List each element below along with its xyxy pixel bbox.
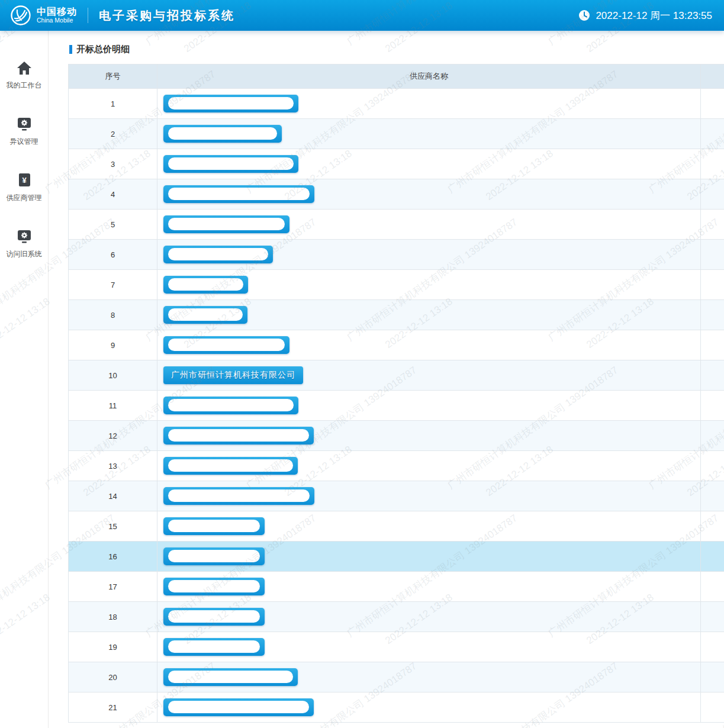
- redaction-mask: [168, 520, 260, 532]
- supplier-cell: [157, 119, 701, 149]
- table-row: 6: [69, 240, 724, 270]
- row-extra-cell: [701, 330, 724, 360]
- table-row: 13: [69, 451, 724, 481]
- table-row: 20: [69, 662, 724, 692]
- row-extra-cell: [701, 210, 724, 240]
- redaction-mask: [168, 248, 268, 260]
- row-number: 20: [69, 662, 157, 692]
- row-number: 16: [69, 542, 157, 572]
- redaction-mask: [168, 610, 260, 623]
- row-number: 7: [69, 270, 157, 300]
- supplier-cell: [157, 300, 701, 330]
- header-divider: [88, 8, 88, 23]
- table-row: 12: [69, 421, 724, 451]
- supplier-name-redacted-pill[interactable]: [163, 578, 265, 595]
- supplier-name-redacted-pill[interactable]: [163, 276, 248, 294]
- table-row: 2: [69, 119, 724, 149]
- page-title-text: 开标总价明细: [76, 44, 130, 55]
- sidebar-item-legacy-system[interactable]: 访问旧系统: [0, 229, 48, 259]
- row-number: 21: [69, 692, 157, 723]
- brand-name-en: China Mobile: [37, 17, 77, 24]
- supplier-name-redacted-pill[interactable]: [163, 638, 265, 656]
- sidebar-item-workbench[interactable]: 我的工作台: [0, 60, 48, 91]
- redaction-mask: [168, 97, 294, 109]
- row-number: 17: [69, 572, 157, 602]
- row-extra-cell: [701, 511, 724, 542]
- redaction-mask: [168, 399, 294, 411]
- sidebar-item-supplier[interactable]: ¥ 供应商管理: [0, 173, 48, 203]
- supplier-name-redacted-pill[interactable]: [163, 517, 265, 535]
- row-number: 14: [69, 481, 157, 511]
- supplier-name-redacted-pill[interactable]: [163, 698, 314, 716]
- redaction-mask: [168, 701, 309, 713]
- row-extra-cell: [701, 89, 724, 119]
- monitor-gear-icon: [16, 229, 33, 244]
- supplier-cell: [157, 662, 701, 692]
- table-row: 10广州市研恒计算机科技有限公司: [69, 360, 724, 391]
- row-number: 12: [69, 421, 157, 451]
- row-extra-cell: [701, 632, 724, 662]
- table-row: 11: [69, 391, 724, 421]
- row-extra-cell: [701, 542, 724, 572]
- system-title: 电子采购与招投标系统: [99, 8, 235, 24]
- column-header-index: 序号: [69, 65, 157, 89]
- redaction-mask: [168, 308, 243, 321]
- row-number: 13: [69, 451, 157, 481]
- row-extra-cell: [701, 149, 724, 179]
- supplier-name-redacted-pill[interactable]: [163, 608, 265, 626]
- table-row: 14: [69, 481, 724, 511]
- row-number: 5: [69, 210, 157, 240]
- supplier-table: 序号 供应商名称 12345678910广州市研恒计算机科技有限公司111213…: [68, 64, 724, 723]
- table-row: 16: [69, 542, 724, 572]
- app-header: 中国移动 China Mobile 电子采购与招投标系统 2022-12-12 …: [0, 0, 724, 31]
- supplier-name-redacted-pill[interactable]: [163, 125, 282, 143]
- table-row: 9: [69, 330, 724, 360]
- supplier-cell: [157, 89, 701, 119]
- row-number: 4: [69, 179, 157, 210]
- brand-logo-group: 中国移动 China Mobile: [9, 4, 77, 27]
- supplier-name-redacted-pill[interactable]: [163, 397, 298, 414]
- supplier-name-redacted-pill[interactable]: [163, 487, 314, 505]
- redaction-mask: [168, 127, 277, 140]
- table-row: 18: [69, 602, 724, 632]
- sidebar-item-objection[interactable]: 异议管理: [0, 117, 48, 147]
- supplier-name-redacted-pill[interactable]: [163, 95, 298, 112]
- table-row: 19: [69, 632, 724, 662]
- row-extra-cell: [701, 692, 724, 723]
- supplier-name-redacted-pill[interactable]: [163, 155, 298, 173]
- sidebar-item-label: 访问旧系统: [7, 249, 42, 259]
- redaction-mask: [168, 550, 260, 562]
- supplier-cell: [157, 451, 701, 481]
- column-header-extra: [701, 65, 724, 89]
- supplier-name-redacted-pill[interactable]: [163, 246, 273, 263]
- brand-name-cn: 中国移动: [37, 7, 77, 17]
- supplier-name-redacted-pill[interactable]: [163, 427, 314, 444]
- redaction-mask: [168, 429, 309, 442]
- row-extra-cell: [701, 360, 724, 391]
- supplier-name-redacted-pill[interactable]: [163, 306, 247, 324]
- sidebar-item-label: 我的工作台: [7, 80, 42, 91]
- supplier-cell: [157, 149, 701, 179]
- row-number: 8: [69, 300, 157, 330]
- supplier-cell: [157, 391, 701, 421]
- row-extra-cell: [701, 662, 724, 692]
- row-extra-cell: [701, 451, 724, 481]
- supplier-cell: [157, 270, 701, 300]
- supplier-name-redacted-pill[interactable]: [163, 185, 314, 203]
- redaction-mask: [168, 580, 260, 592]
- redaction-mask: [168, 157, 294, 170]
- supplier-name-redacted-pill[interactable]: [163, 547, 265, 565]
- table-row: 3: [69, 149, 724, 179]
- row-number: 9: [69, 330, 157, 360]
- row-extra-cell: [701, 421, 724, 451]
- row-extra-cell: [701, 270, 724, 300]
- row-extra-cell: [701, 481, 724, 511]
- supplier-cell: [157, 542, 701, 572]
- supplier-name-redacted-pill[interactable]: [163, 336, 289, 354]
- supplier-name-redacted-pill[interactable]: [163, 215, 289, 233]
- row-extra-cell: [701, 119, 724, 149]
- supplier-name-redacted-pill[interactable]: [163, 457, 298, 475]
- supplier-name-button[interactable]: 广州市研恒计算机科技有限公司: [163, 366, 303, 384]
- supplier-name-redacted-pill[interactable]: [163, 668, 298, 686]
- svg-text:¥: ¥: [22, 176, 27, 185]
